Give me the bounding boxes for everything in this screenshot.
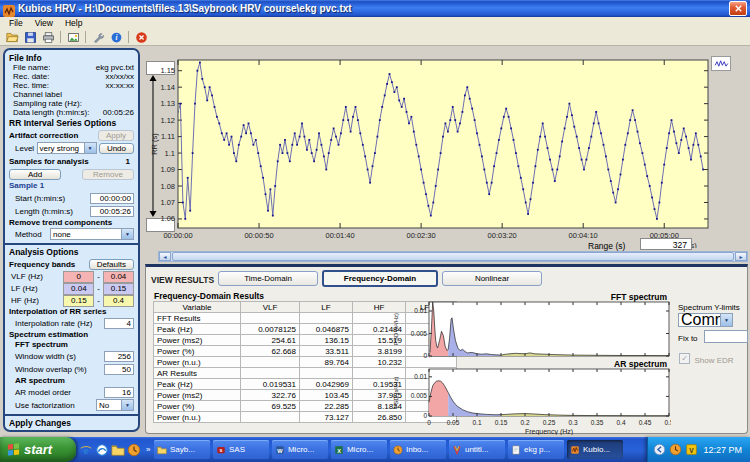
task-button[interactable]: Kubio... xyxy=(567,440,623,459)
undo-button[interactable]: Undo xyxy=(99,143,134,154)
remove-trend-title: Remove trend components xyxy=(9,218,134,227)
ar-order-input[interactable]: 16 xyxy=(104,387,134,398)
clock-icon[interactable] xyxy=(669,443,682,456)
task-button[interactable]: ekg p... xyxy=(508,440,564,459)
start-button[interactable]: start xyxy=(0,437,76,462)
table-cell: Power (%) xyxy=(154,346,241,357)
window-title: Kubios HRV - H:\Documents\files.13\Saybr… xyxy=(18,3,729,14)
menu-help[interactable]: Help xyxy=(59,18,88,28)
artifact-level-select[interactable]: very strong ▼ xyxy=(37,142,97,154)
tab-nonlinear[interactable]: Nonlinear xyxy=(442,271,542,286)
band-high-input[interactable]: 0.15 xyxy=(103,283,134,295)
back-icon[interactable] xyxy=(653,443,666,456)
svg-text:1.06: 1.06 xyxy=(160,214,175,223)
table-cell: 10.232 xyxy=(353,357,406,368)
automatic-label: Automatic xyxy=(22,430,58,432)
scroll-thumb[interactable] xyxy=(172,252,734,261)
detrend-method-select[interactable]: none ▼ xyxy=(50,228,134,240)
task-button[interactable]: XMicro... xyxy=(331,440,387,459)
band-high-input[interactable]: 0.04 xyxy=(103,271,134,283)
scroll-left-arrow[interactable]: ◄ xyxy=(159,252,171,261)
task-button[interactable]: SSAS xyxy=(213,440,269,459)
task-button[interactable]: Inbo... xyxy=(390,440,446,459)
band-low-input[interactable]: 0.15 xyxy=(63,295,94,307)
range-input[interactable]: 327 xyxy=(640,238,692,250)
section-divider xyxy=(5,414,138,416)
close-file-button[interactable] xyxy=(132,30,150,45)
table-cell: 0.019531 xyxy=(241,379,300,390)
band-name: HF (Hz) xyxy=(11,296,60,305)
quick-launch-chevron-icon[interactable]: » xyxy=(146,445,150,454)
view-results-label: VIEW RESULTS xyxy=(151,275,214,285)
folder-icon[interactable] xyxy=(111,443,125,457)
svg-text:PSD (s²/Hz): PSD (s²/Hz) xyxy=(393,377,399,409)
v1-icon[interactable]: V xyxy=(685,443,698,456)
close-file-icon xyxy=(135,31,148,44)
task-button[interactable]: Sayb... xyxy=(154,440,210,459)
table-cell: 89.764 xyxy=(300,357,353,368)
file-info-row: Channel label xyxy=(9,90,134,99)
add-sample-button[interactable]: Add xyxy=(9,169,61,180)
sample-1-label: Sample 1 xyxy=(9,181,134,191)
preferences-button[interactable] xyxy=(89,30,107,45)
band-high-input[interactable]: 0.4 xyxy=(103,295,134,307)
sample-start-input[interactable]: 00:00:00 xyxy=(90,193,134,204)
svg-text:1.12: 1.12 xyxy=(160,116,175,125)
task-label: untitl... xyxy=(465,445,489,454)
table-row: Power (n.u.)89.76410.232 xyxy=(154,357,457,368)
ie-icon[interactable]: e xyxy=(79,443,93,457)
about-button[interactable]: i xyxy=(107,30,125,45)
fix-to-input[interactable] xyxy=(704,330,748,343)
window-close-button[interactable] xyxy=(729,1,747,16)
fix-to-label: Fix to xyxy=(678,334,698,343)
rr-interval-chart[interactable]: 1.061.071.081.091.11.111.121.131.141.150… xyxy=(145,52,715,248)
ar-spectrum-title: AR spectrum xyxy=(9,376,134,385)
rr-horizontal-scrollbar[interactable]: ◄ ► xyxy=(158,251,748,262)
toolbar-separator xyxy=(60,31,61,43)
save-button[interactable] xyxy=(21,30,39,45)
tab-time-domain[interactable]: Time-Domain xyxy=(218,271,318,286)
menu-view[interactable]: View xyxy=(29,18,59,28)
table-cell: 0.0078125 xyxy=(241,324,300,335)
scroll-right-arrow[interactable]: ► xyxy=(735,252,747,261)
tray-icons: V xyxy=(653,443,698,456)
svg-text:1.14: 1.14 xyxy=(160,83,175,92)
spectrum-ylimits-select[interactable]: Common ▼ xyxy=(678,313,733,327)
window-width-input[interactable]: 256 xyxy=(104,351,134,362)
factorization-select[interactable]: No ▼ xyxy=(96,399,134,411)
task-button[interactable]: untitl... xyxy=(449,440,505,459)
open-icon xyxy=(6,31,19,44)
level-label: Level xyxy=(15,144,34,153)
band-low-input[interactable]: 0.04 xyxy=(63,283,94,295)
band-low-input[interactable]: 0 xyxy=(63,271,94,283)
task-button[interactable]: WMicro... xyxy=(272,440,328,459)
fft-spectrum-title: FFT spectrum xyxy=(9,340,134,349)
svg-text:0.3: 0.3 xyxy=(568,419,577,426)
print-button[interactable] xyxy=(39,30,57,45)
tab-frequency-domain[interactable]: Frequency-Domain xyxy=(322,270,438,287)
svg-text:X: X xyxy=(337,447,341,453)
svg-text:Frequency (Hz): Frequency (Hz) xyxy=(525,428,573,435)
table-cell: 62.668 xyxy=(241,346,300,357)
defaults-button[interactable]: Defaults xyxy=(89,259,134,270)
full-signal-view-button[interactable] xyxy=(711,56,731,71)
export-image-button[interactable] xyxy=(64,30,82,45)
table-cell: 22.285 xyxy=(300,401,353,412)
frequency-domain-results-title: Frequency-Domain Results xyxy=(154,291,264,301)
interp-rate-input[interactable]: 4 xyxy=(104,318,134,329)
window-overlap-input[interactable]: 50 xyxy=(104,364,134,375)
task-label: SAS xyxy=(229,445,245,454)
column-header: LF xyxy=(300,302,353,313)
open-button[interactable] xyxy=(3,30,21,45)
outlook-icon[interactable] xyxy=(127,443,141,457)
file-info-row: Sampling rate (Hz): xyxy=(9,99,134,108)
menu-file[interactable]: File xyxy=(3,18,29,28)
svg-text:W: W xyxy=(277,447,283,453)
samples-label: Samples for analysis xyxy=(9,157,89,166)
sample-length-input[interactable]: 00:05:26 xyxy=(90,206,134,217)
messenger-icon[interactable] xyxy=(95,443,109,457)
apply-changes-title: Apply Changes xyxy=(9,418,134,428)
show-edr-checkbox: ✓ xyxy=(679,353,690,364)
sample-length-label: Length (h:min:s) xyxy=(15,207,73,216)
automatic-checkbox[interactable]: ✓ xyxy=(9,430,20,433)
